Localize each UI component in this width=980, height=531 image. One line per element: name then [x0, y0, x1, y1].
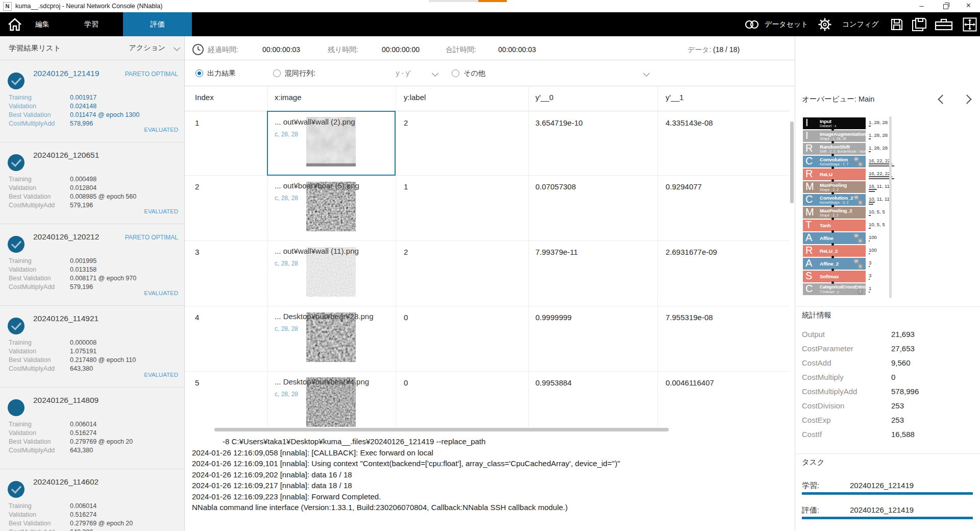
home-icon[interactable] — [7, 17, 22, 32]
chevron-left-icon[interactable] — [938, 94, 947, 104]
bias-badge: b — [857, 200, 863, 205]
connector-dot — [831, 192, 834, 195]
layer-maxpooling[interactable]: M MaxPooling Shape : 2, 2 — [803, 181, 866, 193]
run-item-20240126_114921[interactable]: 20240126_114921 Training0.000008 Validat… — [0, 305, 184, 388]
evaluation-task-value[interactable]: 20240126_121419 — [850, 505, 914, 514]
row-divider — [185, 371, 789, 372]
tab-training[interactable]: 学習 — [74, 12, 109, 36]
layer-convolution-2[interactable]: C Convolution_2 KernelShape : 3, 3 W b — [803, 194, 866, 206]
connector-dot — [831, 179, 834, 182]
connector-dot — [831, 256, 834, 258]
stat-value: 253 — [891, 401, 904, 410]
radio-output-result[interactable] — [195, 69, 203, 77]
dataset-icon[interactable] — [744, 19, 760, 30]
run-id: 20240126_120651 — [33, 151, 99, 160]
metric-value: 579,196 — [70, 202, 93, 209]
save-all-icon[interactable] — [912, 18, 926, 31]
confusion-matrix-select[interactable]: y - y' — [375, 69, 431, 77]
layer-imageaugmentation[interactable]: I ImageAugmentation Shape : 1, 28, 28 — [803, 130, 866, 142]
action-dropdown[interactable]: アクション — [129, 43, 179, 53]
cell-index: 2 — [195, 182, 199, 191]
cell-y1: 0.9294077 — [666, 182, 702, 191]
size-bar — [869, 279, 870, 280]
cell-y1: 7.955319e-08 — [666, 313, 713, 322]
layer-randomshift[interactable]: R RandomShift Shift : 2, 2, BorderMode :… — [803, 143, 866, 155]
layer-relu-2[interactable]: R ReLU_2 — [803, 245, 866, 257]
diagram-scrollbar[interactable] — [889, 116, 892, 298]
radio-other[interactable] — [452, 69, 459, 77]
layer-output-dim: 10, 5, 5 — [869, 209, 885, 214]
layer-affine-2[interactable]: A Affine_2 W b — [803, 258, 866, 270]
horizontal-scrollbar[interactable] — [214, 428, 669, 431]
column-divider — [657, 86, 658, 427]
chevron-down-icon[interactable] — [643, 70, 650, 77]
run-item-20240126_114809[interactable]: 20240126_114809 Training0.006014 Validat… — [0, 387, 184, 469]
chevron-down-icon[interactable] — [432, 70, 438, 77]
layer-initial: A — [805, 257, 812, 269]
close-button[interactable]: × — [957, 0, 980, 12]
elapsed-time-value: 00:00:00:03 — [262, 45, 300, 54]
evaluation-task-label: 評価: — [802, 505, 819, 515]
layer-convolution[interactable]: C Convolution KernelShape : 7, 7 W b — [803, 156, 866, 167]
size-bar — [869, 253, 870, 254]
row-divider — [185, 306, 789, 306]
check-icon — [11, 483, 21, 494]
vertical-scrollbar[interactable] — [790, 122, 794, 203]
data-count-value: (18 / 18) — [713, 45, 740, 54]
run-item-20240126_120651[interactable]: 20240126_120651 Training0.000498 Validat… — [0, 142, 184, 224]
layer-initial: I — [805, 130, 808, 141]
clock-icon — [192, 43, 204, 56]
metric-value: 0.279769 @ epoch 20 — [70, 438, 133, 445]
layer-tanh[interactable]: T Tanh — [803, 220, 866, 231]
size-bar — [869, 191, 875, 192]
training-task-value[interactable]: 20240126_121419 — [850, 481, 914, 490]
layer-maxpooling-2[interactable]: M MaxPooling_2 Shape : 2, 2 — [803, 207, 866, 219]
metric-label: Training — [9, 94, 32, 101]
tab-evaluation[interactable]: 評価 — [123, 12, 192, 36]
data-count-label: データ: — [688, 45, 712, 55]
layer-name: ReLU — [820, 172, 832, 177]
metric-label: CostMultiplyAdd — [9, 447, 55, 454]
evaluated-status-icon — [8, 236, 24, 253]
layer-input[interactable]: I Input Dataset : x — [803, 117, 866, 129]
output-result-label: 出力結果 — [207, 69, 236, 78]
cell-shape: c, 28, 28 — [275, 260, 298, 267]
layer-categoricalcrossentropy[interactable]: C CategoricalCrossEntropy T.Dataset : y … — [803, 283, 866, 295]
stat-label: CostParameter — [802, 344, 853, 353]
layer-relu[interactable]: R ReLU — [803, 168, 866, 180]
layer-initial: T — [805, 219, 812, 231]
dataset-label[interactable]: データセット — [765, 12, 808, 36]
layer-initial: R — [805, 168, 813, 180]
metric-value: 578,996 — [70, 120, 93, 127]
metric-label: Training — [9, 421, 32, 428]
pan-icon[interactable] — [963, 17, 977, 32]
connector-dot — [831, 166, 834, 169]
metric-value: 0.013158 — [70, 266, 96, 273]
overview-title: オーバービュー: Main — [802, 94, 874, 104]
total-time-value: 00:00:00:03 — [498, 45, 536, 54]
layer-param: KernelShape : 3, 3 — [820, 201, 848, 204]
run-item-20240126_114602[interactable]: 20240126_114602 Training0.006014 Validat… — [0, 469, 184, 531]
layer-softmax[interactable]: S Softmax — [803, 271, 866, 282]
run-item-20240126_121419[interactable]: 20240126_121419 PARETO OPTIMAL Training0… — [0, 60, 184, 142]
layer-param: Shift : 2, 2, BorderMode : nearest — [820, 150, 871, 153]
briefcase-icon[interactable] — [935, 18, 953, 31]
layer-name: Affine_2 — [820, 261, 839, 267]
restore-button[interactable] — [934, 0, 957, 12]
radio-confusion-matrix[interactable] — [273, 69, 281, 77]
metric-value: 643,380 — [70, 528, 93, 531]
chevron-right-icon[interactable] — [962, 94, 971, 104]
save-icon[interactable] — [890, 18, 903, 31]
confusion-matrix-label: 混同行列: — [285, 69, 315, 78]
action-label: アクション — [129, 43, 165, 52]
minimize-button[interactable]: – — [910, 0, 933, 12]
tab-edit[interactable]: 編集 — [25, 12, 60, 36]
layer-affine[interactable]: A Affine W b — [803, 232, 866, 244]
cell-y0: 0.9999999 — [535, 313, 572, 322]
config-label[interactable]: コンフィグ — [842, 12, 879, 36]
gear-icon[interactable] — [818, 17, 832, 32]
cell-shape: c, 28, 28 — [275, 195, 298, 202]
evaluated-badge: EVALUATED — [144, 372, 178, 378]
run-item-20240126_120212[interactable]: 20240126_120212 PARETO OPTIMAL Training0… — [0, 224, 184, 306]
layer-name: Affine — [820, 235, 834, 241]
